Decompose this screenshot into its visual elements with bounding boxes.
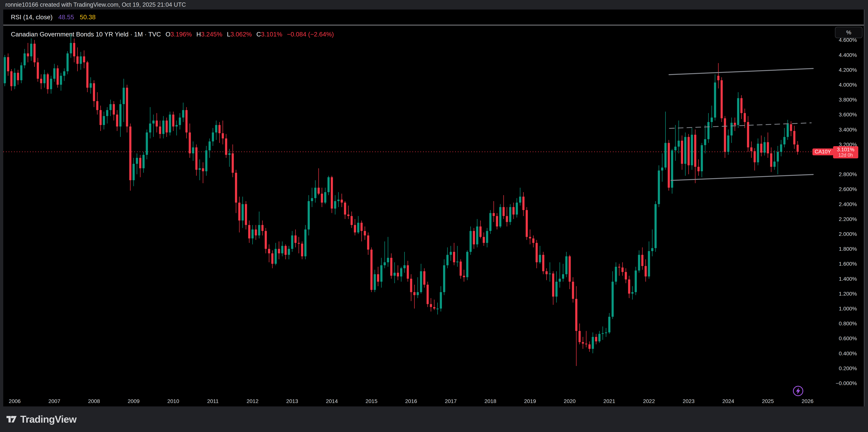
- percent-scale-button[interactable]: %: [835, 27, 863, 38]
- trendline-drawing[interactable]: [671, 174, 813, 180]
- svg-text:2022: 2022: [643, 398, 655, 404]
- time-axis-labels[interactable]: 2006200720082009201020112012201320142015…: [9, 398, 813, 404]
- svg-text:3.600%: 3.600%: [839, 112, 857, 118]
- svg-text:2007: 2007: [48, 398, 60, 404]
- svg-text:1.400%: 1.400%: [839, 276, 857, 282]
- svg-text:3.800%: 3.800%: [839, 97, 857, 103]
- svg-text:1.600%: 1.600%: [839, 261, 857, 267]
- svg-text:2024: 2024: [722, 398, 734, 404]
- svg-text:1.800%: 1.800%: [839, 246, 857, 252]
- tradingview-wordmark: TradingView: [20, 413, 76, 425]
- lightning-icon: [792, 385, 804, 397]
- main-chart-canvas[interactable]: 4.600%4.400%4.200%4.000%3.800%3.600%3.40…: [0, 0, 868, 432]
- svg-text:2020: 2020: [564, 398, 576, 404]
- svg-text:2018: 2018: [485, 398, 496, 404]
- svg-text:2016: 2016: [405, 398, 417, 404]
- svg-text:2025: 2025: [762, 398, 774, 404]
- svg-text:3.400%: 3.400%: [839, 127, 857, 133]
- tradingview-logo-icon: [6, 413, 17, 425]
- percent-scale-label: %: [846, 29, 851, 36]
- svg-text:2012: 2012: [247, 398, 258, 404]
- svg-text:0.600%: 0.600%: [839, 335, 857, 341]
- svg-text:2008: 2008: [88, 398, 100, 404]
- svg-text:2006: 2006: [9, 398, 21, 404]
- footer-bar: TradingView: [0, 406, 868, 432]
- svg-text:2019: 2019: [524, 398, 536, 404]
- price-symbol-badge: CA10Y: [812, 148, 833, 155]
- tradingview-snapshot: ronnie10166 created with TradingView.com…: [0, 0, 868, 432]
- svg-text:2.800%: 2.800%: [839, 171, 857, 177]
- svg-text:2.600%: 2.600%: [839, 186, 857, 192]
- svg-text:2017: 2017: [445, 398, 457, 404]
- svg-text:0.800%: 0.800%: [839, 321, 857, 327]
- svg-text:2021: 2021: [603, 398, 615, 404]
- svg-text:2010: 2010: [167, 398, 179, 404]
- candles-series: [4, 34, 799, 366]
- svg-text:0.200%: 0.200%: [839, 365, 857, 371]
- svg-text:2023: 2023: [683, 398, 694, 404]
- svg-text:2009: 2009: [128, 398, 140, 404]
- svg-text:4.400%: 4.400%: [839, 52, 857, 58]
- axis-right-edge[interactable]: [864, 9, 865, 406]
- svg-text:1.200%: 1.200%: [839, 291, 857, 297]
- svg-text:2.200%: 2.200%: [839, 216, 857, 222]
- price-axis-badge: 3.101% 12d 0h: [833, 146, 858, 158]
- tradingview-logo[interactable]: TradingView: [6, 413, 76, 425]
- svg-text:2026: 2026: [802, 398, 813, 404]
- svg-text:1.000%: 1.000%: [839, 306, 857, 311]
- svg-text:4.000%: 4.000%: [839, 82, 857, 88]
- svg-text:0.400%: 0.400%: [839, 351, 857, 357]
- price-symbol-text: CA10Y: [815, 149, 831, 155]
- svg-text:2014: 2014: [326, 398, 338, 404]
- price-axis-labels[interactable]: 4.600%4.400%4.200%4.000%3.800%3.600%3.40…: [836, 37, 857, 386]
- price-badge-countdown: 12d 0h: [833, 153, 858, 158]
- svg-text:2015: 2015: [366, 398, 377, 404]
- svg-text:−0.000%: −0.000%: [836, 380, 857, 386]
- svg-text:2.000%: 2.000%: [839, 231, 857, 237]
- svg-text:2013: 2013: [286, 398, 298, 404]
- trendline-drawing[interactable]: [669, 68, 813, 75]
- instant-data-indicator[interactable]: [792, 385, 804, 397]
- svg-text:2011: 2011: [207, 398, 219, 404]
- svg-text:4.200%: 4.200%: [839, 67, 857, 73]
- price-badge-value: 3.101%: [833, 147, 858, 153]
- svg-text:2.400%: 2.400%: [839, 201, 857, 207]
